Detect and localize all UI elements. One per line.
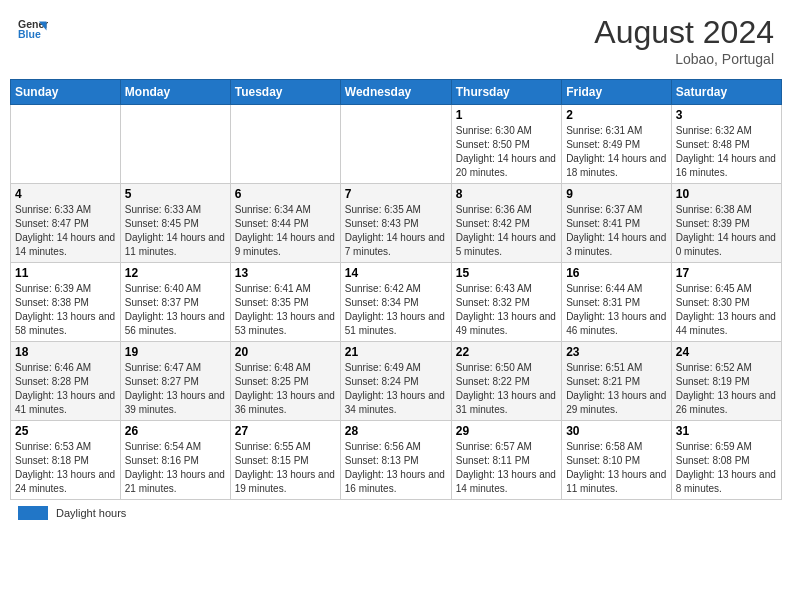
day-number: 27 — [235, 424, 336, 438]
day-number: 28 — [345, 424, 447, 438]
calendar-cell: 10Sunrise: 6:38 AM Sunset: 8:39 PM Dayli… — [671, 184, 781, 263]
logo: General Blue — [18, 14, 48, 44]
day-detail: Sunrise: 6:49 AM Sunset: 8:24 PM Dayligh… — [345, 361, 447, 417]
day-detail: Sunrise: 6:32 AM Sunset: 8:48 PM Dayligh… — [676, 124, 777, 180]
calendar-cell: 25Sunrise: 6:53 AM Sunset: 8:18 PM Dayli… — [11, 421, 121, 500]
day-number: 12 — [125, 266, 226, 280]
calendar-week-row: 11Sunrise: 6:39 AM Sunset: 8:38 PM Dayli… — [11, 263, 782, 342]
day-detail: Sunrise: 6:43 AM Sunset: 8:32 PM Dayligh… — [456, 282, 557, 338]
day-detail: Sunrise: 6:47 AM Sunset: 8:27 PM Dayligh… — [125, 361, 226, 417]
day-detail: Sunrise: 6:35 AM Sunset: 8:43 PM Dayligh… — [345, 203, 447, 259]
calendar-week-row: 25Sunrise: 6:53 AM Sunset: 8:18 PM Dayli… — [11, 421, 782, 500]
calendar-cell: 16Sunrise: 6:44 AM Sunset: 8:31 PM Dayli… — [562, 263, 672, 342]
day-detail: Sunrise: 6:44 AM Sunset: 8:31 PM Dayligh… — [566, 282, 667, 338]
calendar-cell: 2Sunrise: 6:31 AM Sunset: 8:49 PM Daylig… — [562, 105, 672, 184]
day-detail: Sunrise: 6:56 AM Sunset: 8:13 PM Dayligh… — [345, 440, 447, 496]
day-number: 21 — [345, 345, 447, 359]
day-detail: Sunrise: 6:57 AM Sunset: 8:11 PM Dayligh… — [456, 440, 557, 496]
location: Lobao, Portugal — [594, 51, 774, 67]
day-detail: Sunrise: 6:38 AM Sunset: 8:39 PM Dayligh… — [676, 203, 777, 259]
day-number: 31 — [676, 424, 777, 438]
day-number: 8 — [456, 187, 557, 201]
calendar-cell: 23Sunrise: 6:51 AM Sunset: 8:21 PM Dayli… — [562, 342, 672, 421]
weekday-header: Sunday — [11, 80, 121, 105]
day-number: 6 — [235, 187, 336, 201]
day-number: 5 — [125, 187, 226, 201]
calendar-cell: 15Sunrise: 6:43 AM Sunset: 8:32 PM Dayli… — [451, 263, 561, 342]
day-detail: Sunrise: 6:39 AM Sunset: 8:38 PM Dayligh… — [15, 282, 116, 338]
calendar-cell: 4Sunrise: 6:33 AM Sunset: 8:47 PM Daylig… — [11, 184, 121, 263]
day-number: 3 — [676, 108, 777, 122]
calendar-cell: 13Sunrise: 6:41 AM Sunset: 8:35 PM Dayli… — [230, 263, 340, 342]
day-detail: Sunrise: 6:50 AM Sunset: 8:22 PM Dayligh… — [456, 361, 557, 417]
day-number: 29 — [456, 424, 557, 438]
day-detail: Sunrise: 6:53 AM Sunset: 8:18 PM Dayligh… — [15, 440, 116, 496]
page-header: General Blue August 2024 Lobao, Portugal — [10, 10, 782, 71]
calendar-cell: 30Sunrise: 6:58 AM Sunset: 8:10 PM Dayli… — [562, 421, 672, 500]
svg-text:Blue: Blue — [18, 28, 41, 40]
calendar-week-row: 1Sunrise: 6:30 AM Sunset: 8:50 PM Daylig… — [11, 105, 782, 184]
calendar-cell: 19Sunrise: 6:47 AM Sunset: 8:27 PM Dayli… — [120, 342, 230, 421]
day-number: 16 — [566, 266, 667, 280]
day-detail: Sunrise: 6:59 AM Sunset: 8:08 PM Dayligh… — [676, 440, 777, 496]
day-number: 22 — [456, 345, 557, 359]
day-number: 20 — [235, 345, 336, 359]
calendar-cell: 21Sunrise: 6:49 AM Sunset: 8:24 PM Dayli… — [340, 342, 451, 421]
day-detail: Sunrise: 6:41 AM Sunset: 8:35 PM Dayligh… — [235, 282, 336, 338]
day-detail: Sunrise: 6:33 AM Sunset: 8:45 PM Dayligh… — [125, 203, 226, 259]
day-detail: Sunrise: 6:58 AM Sunset: 8:10 PM Dayligh… — [566, 440, 667, 496]
calendar-week-row: 4Sunrise: 6:33 AM Sunset: 8:47 PM Daylig… — [11, 184, 782, 263]
weekday-header: Saturday — [671, 80, 781, 105]
day-detail: Sunrise: 6:45 AM Sunset: 8:30 PM Dayligh… — [676, 282, 777, 338]
legend-color-box — [18, 506, 48, 520]
day-detail: Sunrise: 6:40 AM Sunset: 8:37 PM Dayligh… — [125, 282, 226, 338]
calendar-cell — [340, 105, 451, 184]
day-detail: Sunrise: 6:51 AM Sunset: 8:21 PM Dayligh… — [566, 361, 667, 417]
day-number: 19 — [125, 345, 226, 359]
day-detail: Sunrise: 6:48 AM Sunset: 8:25 PM Dayligh… — [235, 361, 336, 417]
calendar-week-row: 18Sunrise: 6:46 AM Sunset: 8:28 PM Dayli… — [11, 342, 782, 421]
day-number: 23 — [566, 345, 667, 359]
day-detail: Sunrise: 6:31 AM Sunset: 8:49 PM Dayligh… — [566, 124, 667, 180]
day-detail: Sunrise: 6:46 AM Sunset: 8:28 PM Dayligh… — [15, 361, 116, 417]
calendar-cell: 24Sunrise: 6:52 AM Sunset: 8:19 PM Dayli… — [671, 342, 781, 421]
calendar-cell: 26Sunrise: 6:54 AM Sunset: 8:16 PM Dayli… — [120, 421, 230, 500]
day-number: 18 — [15, 345, 116, 359]
calendar-cell: 20Sunrise: 6:48 AM Sunset: 8:25 PM Dayli… — [230, 342, 340, 421]
calendar-cell: 11Sunrise: 6:39 AM Sunset: 8:38 PM Dayli… — [11, 263, 121, 342]
calendar-cell: 1Sunrise: 6:30 AM Sunset: 8:50 PM Daylig… — [451, 105, 561, 184]
calendar-cell: 7Sunrise: 6:35 AM Sunset: 8:43 PM Daylig… — [340, 184, 451, 263]
calendar-cell: 31Sunrise: 6:59 AM Sunset: 8:08 PM Dayli… — [671, 421, 781, 500]
calendar-cell: 29Sunrise: 6:57 AM Sunset: 8:11 PM Dayli… — [451, 421, 561, 500]
calendar-cell: 5Sunrise: 6:33 AM Sunset: 8:45 PM Daylig… — [120, 184, 230, 263]
title-block: August 2024 Lobao, Portugal — [594, 14, 774, 67]
day-detail: Sunrise: 6:34 AM Sunset: 8:44 PM Dayligh… — [235, 203, 336, 259]
calendar-cell: 9Sunrise: 6:37 AM Sunset: 8:41 PM Daylig… — [562, 184, 672, 263]
weekday-header: Tuesday — [230, 80, 340, 105]
day-number: 30 — [566, 424, 667, 438]
calendar-cell — [230, 105, 340, 184]
month-year: August 2024 — [594, 14, 774, 51]
weekday-header: Wednesday — [340, 80, 451, 105]
day-number: 13 — [235, 266, 336, 280]
weekday-header: Thursday — [451, 80, 561, 105]
day-detail: Sunrise: 6:52 AM Sunset: 8:19 PM Dayligh… — [676, 361, 777, 417]
calendar-cell — [120, 105, 230, 184]
day-number: 14 — [345, 266, 447, 280]
weekday-header: Monday — [120, 80, 230, 105]
calendar-cell: 6Sunrise: 6:34 AM Sunset: 8:44 PM Daylig… — [230, 184, 340, 263]
day-number: 7 — [345, 187, 447, 201]
calendar-cell: 3Sunrise: 6:32 AM Sunset: 8:48 PM Daylig… — [671, 105, 781, 184]
calendar-cell: 17Sunrise: 6:45 AM Sunset: 8:30 PM Dayli… — [671, 263, 781, 342]
weekday-header: Friday — [562, 80, 672, 105]
day-number: 1 — [456, 108, 557, 122]
calendar-cell: 12Sunrise: 6:40 AM Sunset: 8:37 PM Dayli… — [120, 263, 230, 342]
day-detail: Sunrise: 6:37 AM Sunset: 8:41 PM Dayligh… — [566, 203, 667, 259]
day-detail: Sunrise: 6:42 AM Sunset: 8:34 PM Dayligh… — [345, 282, 447, 338]
day-number: 9 — [566, 187, 667, 201]
day-number: 11 — [15, 266, 116, 280]
day-number: 24 — [676, 345, 777, 359]
logo-icon: General Blue — [18, 14, 48, 44]
day-detail: Sunrise: 6:30 AM Sunset: 8:50 PM Dayligh… — [456, 124, 557, 180]
calendar-cell: 27Sunrise: 6:55 AM Sunset: 8:15 PM Dayli… — [230, 421, 340, 500]
